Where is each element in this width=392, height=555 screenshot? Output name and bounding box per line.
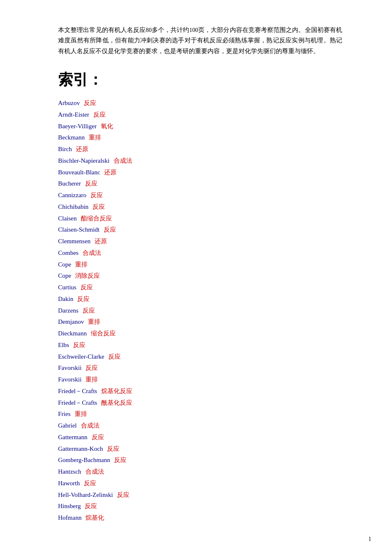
reaction-name: Darzens [58, 307, 78, 314]
list-item: Cannizzaro 反应 [58, 190, 342, 201]
list-item: Friedel－Crafts 酰基化反应 [58, 397, 342, 409]
page-container: 本文整理出常见的有机人名反应80多个，共计约100页，大部分内容在竞赛考察范围之… [0, 0, 392, 555]
list-item: Fries 重排 [58, 408, 342, 420]
reaction-name: Favorskii [58, 376, 82, 383]
reaction-name: Bucherer [58, 180, 81, 187]
reaction-name: Chichibabin [58, 203, 88, 210]
reaction-name: Bouveault-Blanc [58, 169, 100, 176]
reaction-name: Hinsberg [58, 503, 81, 509]
reaction-type: 反应 [83, 180, 97, 187]
reaction-type: 反应 [83, 480, 97, 487]
reaction-type: 烷基化反应 [100, 388, 132, 394]
list-item: Bucherer 反应 [58, 178, 342, 190]
reaction-type: 反应 [84, 364, 98, 371]
reaction-type: 反应 [115, 491, 129, 498]
reaction-type: 反应 [76, 296, 90, 302]
reaction-name: Fries [58, 411, 71, 417]
reaction-name: Eschweiler-Clarke [58, 353, 104, 360]
reaction-type: 反应 [102, 226, 116, 233]
reaction-type: 还原 [103, 169, 117, 176]
reaction-name: Claisen [58, 215, 77, 222]
reaction-type: 反应 [113, 457, 127, 463]
reaction-type: 反应 [90, 434, 104, 440]
reaction-name: Cope [58, 261, 71, 268]
reaction-name: Baeyer-Villiger [58, 123, 97, 130]
reaction-type: 反应 [107, 353, 121, 360]
reaction-type: 反应 [91, 203, 105, 210]
reaction-type: 消除反应 [74, 272, 100, 279]
list-item: Birch 还原 [58, 144, 342, 155]
reaction-name: Combes [58, 249, 78, 256]
list-item: Cope 消除反应 [58, 270, 342, 282]
reaction-name: Gattermann [58, 434, 88, 440]
list-item: Bouveault-Blanc 还原 [58, 167, 342, 178]
list-item: Claisen-Schmidt 反应 [58, 224, 342, 236]
list-item: Gomberg-Bachmann 反应 [58, 455, 342, 466]
list-item: Baeyer-Villiger 氧化 [58, 121, 342, 132]
list-item: Hofmann 烷基化 [58, 512, 342, 524]
reaction-name: Dakin [58, 296, 73, 302]
list-item: Favorskii 重排 [58, 374, 342, 386]
reaction-name: Gattermann-Koch [58, 445, 103, 452]
list-item: Cope 重排 [58, 259, 342, 271]
reaction-type: 反应 [83, 503, 97, 509]
reaction-name: Cannizzaro [58, 192, 86, 198]
reaction-name: Haworth [58, 480, 80, 487]
list-item: Dieckmann 缩合反应 [58, 328, 342, 340]
list-item: Arbuzov 反应 [58, 98, 342, 109]
reaction-type: 重排 [73, 411, 87, 417]
list-item: Claisen 酯缩合反应 [58, 213, 342, 225]
reaction-name: Clemmensen [58, 238, 90, 244]
reaction-name: Friedel－Crafts [58, 388, 97, 394]
reaction-name: Claisen-Schmidt [58, 226, 100, 233]
reaction-type: 合成法 [112, 157, 132, 164]
index-list: Arbuzov 反应Arndt-Eister 反应Baeyer-Villiger… [58, 98, 342, 524]
page-number: 1 [368, 536, 371, 543]
reaction-type: 缩合反应 [89, 330, 116, 337]
list-item: Hantzsch 合成法 [58, 466, 342, 478]
list-item: Bischler-Napieralski 合成法 [58, 155, 342, 167]
list-item: Demjanov 重排 [58, 316, 342, 328]
reaction-type: 酰基化反应 [100, 399, 132, 406]
reaction-type: 合成法 [81, 249, 101, 256]
list-item: Hell-Volhard-Zelinski 反应 [58, 489, 342, 501]
reaction-name: Arndt-Eister [58, 111, 89, 118]
reaction-type: 反应 [92, 111, 106, 118]
list-item: Beckmann 重排 [58, 132, 342, 144]
reaction-type: 还原 [74, 146, 88, 152]
reaction-name: Friedel－Crafts [58, 399, 97, 406]
list-item: Gabriel 合成法 [58, 420, 342, 432]
reaction-type: 反应 [83, 100, 97, 106]
list-item: Dakin 反应 [58, 293, 342, 305]
reaction-name: Birch [58, 146, 72, 152]
reaction-name: Arbuzov [58, 100, 80, 106]
section-title: 索引： [58, 70, 342, 90]
intro-paragraph: 本文整理出常见的有机人名反应80多个，共计约100页，大部分内容在竞赛考察范围之… [58, 25, 342, 56]
reaction-type: 还原 [93, 238, 107, 244]
reaction-name: Favorskii [58, 364, 82, 371]
reaction-type: 氧化 [99, 123, 113, 130]
list-item: Gattermann 反应 [58, 432, 342, 443]
reaction-name: Beckmann [58, 134, 85, 141]
list-item: Curtius 反应 [58, 282, 342, 293]
list-item: Favorskii 反应 [58, 362, 342, 374]
reaction-type: 合成法 [79, 422, 100, 429]
reaction-name: Hofmann [58, 514, 82, 521]
list-item: Elbs 反应 [58, 340, 342, 351]
reaction-type: 反应 [105, 445, 119, 452]
reaction-type: 重排 [87, 134, 101, 141]
reaction-type: 反应 [89, 192, 103, 198]
list-item: Darzens 反应 [58, 305, 342, 317]
reaction-name: Gomberg-Bachmann [58, 457, 110, 463]
reaction-type: 烷基化 [84, 514, 105, 521]
reaction-name: Curtius [58, 284, 76, 291]
list-item: Haworth 反应 [58, 478, 342, 489]
list-item: Combes 合成法 [58, 247, 342, 259]
list-item: Clemmensen 还原 [58, 236, 342, 247]
reaction-type: 重排 [86, 318, 100, 325]
reaction-type: 重排 [74, 261, 88, 268]
reaction-name: Gabriel [58, 422, 77, 429]
reaction-name: Hell-Volhard-Zelinski [58, 491, 113, 498]
reaction-type: 反应 [81, 307, 95, 314]
reaction-name: Dieckmann [58, 330, 87, 337]
